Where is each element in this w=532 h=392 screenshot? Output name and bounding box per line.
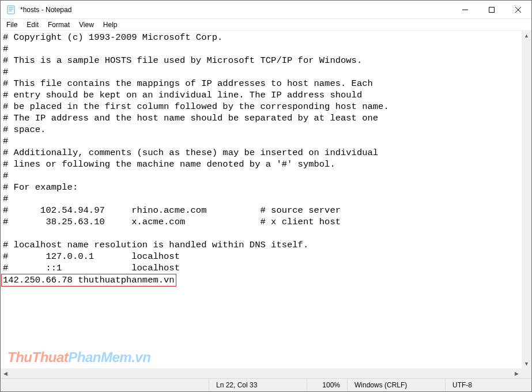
scroll-right-arrow-icon[interactable]: ▶ <box>512 368 522 378</box>
minimize-button[interactable] <box>452 1 478 18</box>
editor-line: # Copyright (c) 1993-2009 Microsoft Corp… <box>3 32 222 43</box>
editor-line: # <box>3 171 8 181</box>
menu-file[interactable]: File <box>2 20 22 29</box>
menu-format[interactable]: Format <box>43 20 74 29</box>
maximize-button[interactable] <box>478 1 505 18</box>
editor-line: # <box>3 44 8 54</box>
editor-line: # <box>3 67 8 77</box>
status-line-ending: Windows (CRLF) <box>347 379 445 391</box>
window-controls <box>452 1 531 18</box>
scroll-up-arrow-icon[interactable]: ▲ <box>522 31 531 40</box>
horizontal-scrollbar[interactable]: ◀ ▶ <box>1 368 522 378</box>
editor-line: # 127.0.0.1 localhost <box>3 251 180 262</box>
editor-line: # lines or following the machine name de… <box>3 159 335 169</box>
editor-highlighted-line: 142.250.66.78 thuthuatphanmem.vn <box>1 274 176 287</box>
vertical-scrollbar[interactable]: ▲ ▼ <box>522 31 531 368</box>
window-title: *hosts - Notepad <box>20 6 452 14</box>
menu-help[interactable]: Help <box>99 20 122 29</box>
text-editor[interactable]: # Copyright (c) 1993-2009 Microsoft Corp… <box>1 31 522 368</box>
titlebar: *hosts - Notepad <box>1 1 531 19</box>
svg-rect-5 <box>489 7 495 12</box>
editor-line: # For example: <box>3 182 78 193</box>
status-zoom: 100% <box>307 379 347 391</box>
editor-line: # Additionally, comments (such as these)… <box>3 148 378 158</box>
notepad-icon <box>6 5 16 14</box>
statusbar: Ln 22, Col 33 100% Windows (CRLF) UTF-8 <box>1 378 531 391</box>
status-spacer <box>1 379 209 391</box>
editor-line: # localhost name resolution is handled w… <box>3 240 308 250</box>
editor-line: # <box>3 194 8 204</box>
editor-line: # This file contains the mappings of IP … <box>3 78 373 89</box>
editor-line: # entry should be kept on an individual … <box>3 90 362 100</box>
scroll-track[interactable] <box>10 368 512 378</box>
svg-rect-0 <box>7 6 14 14</box>
scroll-down-arrow-icon[interactable]: ▼ <box>522 359 531 368</box>
status-encoding: UTF-8 <box>445 379 531 391</box>
editor-line: # ::1 localhost <box>3 263 180 273</box>
status-position: Ln 22, Col 33 <box>209 379 307 391</box>
scroll-left-arrow-icon[interactable]: ◀ <box>1 368 10 378</box>
editor-area: # Copyright (c) 1993-2009 Microsoft Corp… <box>1 31 531 378</box>
close-button[interactable] <box>505 1 531 18</box>
editor-line: # be placed in the first column followed… <box>3 101 389 112</box>
editor-line: # The IP address and the host name shoul… <box>3 113 378 123</box>
editor-line: # This is a sample HOSTS file used by Mi… <box>3 55 362 66</box>
editor-line: # 38.25.63.10 x.acme.com # x client host <box>3 217 341 227</box>
editor-line: # <box>3 136 8 146</box>
editor-line: # space. <box>3 125 46 135</box>
menu-edit[interactable]: Edit <box>22 20 43 29</box>
menu-view[interactable]: View <box>74 20 99 29</box>
menubar: File Edit Format View Help <box>1 19 531 31</box>
editor-line: # 102.54.94.97 rhino.acme.com # source s… <box>3 205 341 216</box>
scroll-track[interactable] <box>522 40 531 359</box>
scroll-corner <box>522 368 531 378</box>
